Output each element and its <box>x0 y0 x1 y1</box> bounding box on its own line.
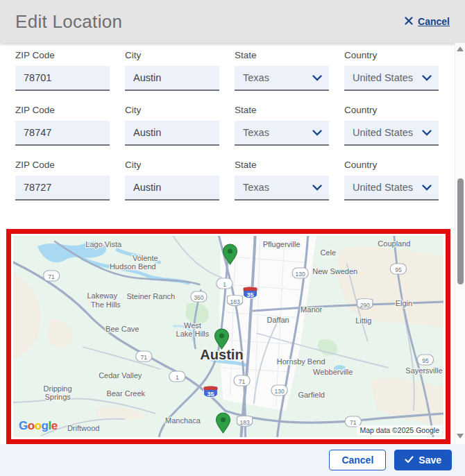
location-row: ZIP Code City State Texas Country United… <box>0 105 455 146</box>
city-input[interactable] <box>125 121 219 146</box>
svg-text:71: 71 <box>350 419 357 426</box>
map-town-label: Steiner Ranch <box>126 292 175 300</box>
highway-shield: 95 <box>390 264 406 274</box>
svg-text:71: 71 <box>239 378 246 385</box>
svg-text:1: 1 <box>223 281 226 288</box>
highway-shield: 1 <box>169 371 185 382</box>
map-town-label: Hornsby Bend <box>277 357 326 366</box>
map-town-label: Webberville <box>313 368 353 376</box>
map-town-label: Manchaca <box>165 416 201 425</box>
scroll-down-arrow-icon[interactable] <box>457 434 464 439</box>
highway-shield: 360 <box>191 291 207 302</box>
state-label: State <box>235 105 329 115</box>
state-select[interactable]: Texas <box>235 121 329 146</box>
google-logo[interactable]: Google <box>19 419 58 433</box>
map-town-label: Bear Creek <box>106 389 145 398</box>
svg-text:290: 290 <box>360 302 370 309</box>
check-icon <box>405 454 414 466</box>
map-town-label: New Sweden <box>312 267 357 275</box>
map-town-label: Garfield <box>298 391 325 399</box>
highway-shield: 71 <box>234 375 250 386</box>
highway-shield: 71 <box>136 351 152 362</box>
edit-location-dialog: Edit Location Cancel ZIP Code City State… <box>0 0 465 476</box>
highway-shield: 130 <box>271 385 287 396</box>
highway-shield: 71 <box>44 271 60 281</box>
highway-shield: 183 <box>227 296 242 306</box>
map-town-label: Volente <box>133 254 158 262</box>
svg-text:71: 71 <box>141 354 148 361</box>
save-button[interactable]: Save <box>394 450 452 470</box>
map-town-label: Elgin <box>396 299 412 307</box>
state-select[interactable]: Texas <box>235 176 329 201</box>
map-canvas: 713601183351309529071135711301837195Lago… <box>13 236 443 437</box>
chevron-down-icon <box>422 182 432 193</box>
map-marker[interactable] <box>216 413 230 433</box>
map-town-label: Dripping <box>44 384 72 393</box>
svg-text:130: 130 <box>296 271 305 278</box>
google-map[interactable]: 713601183351309529071135711301837195Lago… <box>13 236 443 437</box>
scrollbar-thumb[interactable] <box>457 178 464 284</box>
city-input[interactable] <box>125 176 219 201</box>
map-town-label: Hudson Bend <box>110 262 156 271</box>
svg-text:1: 1 <box>176 374 179 381</box>
chevron-down-icon <box>422 127 432 138</box>
map-town-label: Coupland <box>378 239 410 248</box>
map-town-label: Lake Hills <box>176 330 210 338</box>
vertical-scrollbar[interactable] <box>455 43 465 444</box>
map-town-label: Pflugerville <box>263 240 301 248</box>
city-label: City <box>125 160 219 170</box>
state-select[interactable]: Texas <box>235 66 329 91</box>
highway-shield: 35 <box>203 386 217 398</box>
highway-shield: 183 <box>237 416 253 427</box>
highway-shield: 95 <box>417 355 433 365</box>
map-town-label: West <box>184 321 201 330</box>
dialog-header: Edit Location Cancel <box>0 0 465 43</box>
city-label: City <box>125 105 219 115</box>
close-icon <box>405 16 413 27</box>
svg-text:183: 183 <box>239 419 249 426</box>
map-town-label: Springs <box>44 393 71 401</box>
zip-label: ZIP Code <box>15 50 110 60</box>
cancel-button[interactable]: Cancel <box>329 450 386 470</box>
zip-label: ZIP Code <box>15 160 110 170</box>
map-highlight-border: 713601183351309529071135711301837195Lago… <box>6 229 450 444</box>
zip-input[interactable] <box>15 121 110 146</box>
map-town-label: Lago Vista <box>85 240 122 248</box>
city-label: City <box>125 50 219 60</box>
highway-shield: 290 <box>357 299 373 309</box>
zip-input[interactable] <box>15 66 110 91</box>
country-label: Country <box>344 50 439 60</box>
chevron-down-icon <box>422 72 432 83</box>
header-cancel-link[interactable]: Cancel <box>405 16 450 27</box>
map-town-label: Manor <box>301 305 323 314</box>
dialog-footer: Cancel Save <box>0 444 465 476</box>
city-input[interactable] <box>125 66 219 91</box>
svg-text:35: 35 <box>247 291 254 298</box>
country-label: Country <box>344 160 439 170</box>
country-select[interactable]: United States <box>344 121 439 146</box>
map-town-label: Driftwood <box>67 424 100 432</box>
state-label: State <box>235 160 329 170</box>
map-town-label: Cele <box>320 248 336 257</box>
state-label: State <box>235 50 329 60</box>
map-attribution: Map data ©2025 Google <box>357 425 442 435</box>
location-row: ZIP Code City State Texas Country United… <box>0 50 455 91</box>
country-select[interactable]: United States <box>344 66 439 91</box>
zip-input[interactable] <box>15 176 110 201</box>
map-town-label: Bee Cave <box>105 325 139 333</box>
map-town-label: Littig <box>355 316 371 325</box>
location-row: ZIP Code City State Texas Country United… <box>0 160 455 201</box>
svg-text:71: 71 <box>48 273 55 280</box>
chevron-down-icon <box>312 72 322 83</box>
highway-shield: 1 <box>217 278 232 289</box>
svg-text:95: 95 <box>422 357 429 364</box>
map-town-label: Cedar Valley <box>99 371 142 380</box>
zip-label: ZIP Code <box>15 105 110 115</box>
highway-shield: 130 <box>292 268 308 278</box>
country-select[interactable]: United States <box>344 176 439 201</box>
country-label: Country <box>344 105 439 115</box>
map-town-label: The Hills <box>91 300 121 309</box>
map-town-label: Lakeway <box>87 291 117 300</box>
scroll-up-arrow-icon[interactable] <box>457 46 464 51</box>
svg-text:360: 360 <box>194 294 203 301</box>
